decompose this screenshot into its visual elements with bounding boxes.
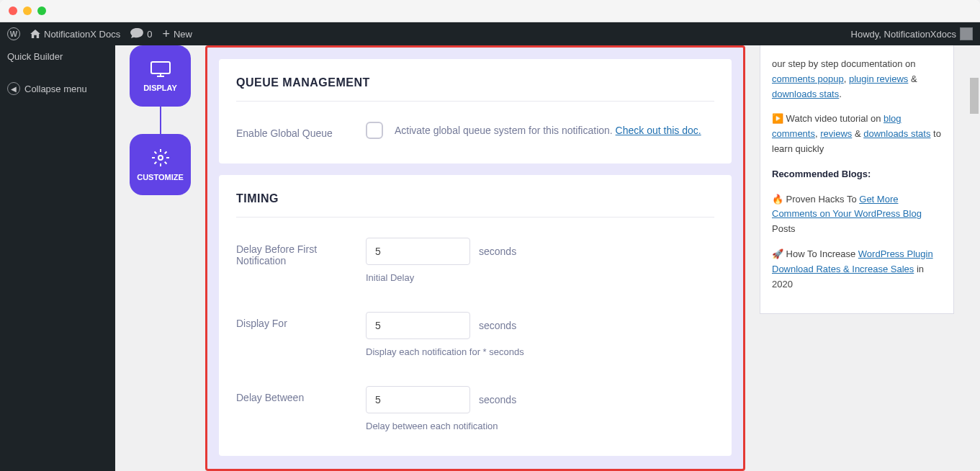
collapse-menu-button[interactable]: ◀ Collapse menu — [0, 76, 115, 101]
comment-icon — [130, 27, 143, 41]
window-controls — [9, 6, 46, 15]
site-name: NotificationX Docs — [44, 29, 120, 40]
queue-section-title: QUEUE MANAGEMENT — [236, 76, 714, 102]
display-for-input[interactable] — [366, 312, 470, 339]
step-connector — [160, 107, 161, 134]
step-display-label: DISPLAY — [143, 84, 177, 92]
wp-admin-bar: W NotificationX Docs 0 + New Howdy, Noti… — [0, 22, 980, 45]
info-paragraph-1: our step by step documentation on commen… — [772, 57, 942, 102]
delay-between-label: Delay Between — [236, 386, 351, 403]
main-layout: Quick Builder ◀ Collapse menu DISPLAY — [0, 45, 980, 471]
chevron-left-icon: ◀ — [7, 82, 20, 95]
app-window: W NotificationX Docs 0 + New Howdy, Noti… — [0, 0, 980, 471]
comments-popup-link[interactable]: comments popup — [772, 73, 844, 84]
scrollbar-thumb[interactable] — [970, 78, 979, 114]
scrollbar-track[interactable] — [968, 45, 980, 471]
enable-queue-checkbox[interactable] — [366, 122, 383, 139]
delay-between-unit: seconds — [479, 394, 516, 405]
wordpress-logo-icon[interactable]: W — [7, 27, 20, 40]
delay-before-label: Delay Before First Notification — [236, 238, 351, 266]
queue-description: Activate global queue system for this no… — [395, 125, 701, 136]
mac-titlebar — [0, 0, 980, 22]
recommended-blogs-title: Recommended Blogs: — [772, 167, 942, 182]
delay-before-help: Initial Delay — [366, 272, 714, 283]
new-content-link[interactable]: + New — [162, 27, 192, 42]
content-area: DISPLAY CUSTOMIZE QUEUE MANAGEMENT — [115, 45, 968, 471]
delay-between-input[interactable] — [366, 386, 470, 413]
svg-point-3 — [158, 156, 163, 160]
display-for-help: Display each notification for * seconds — [366, 346, 714, 357]
site-home-link[interactable]: NotificationX Docs — [30, 29, 120, 40]
delay-before-input[interactable] — [366, 238, 470, 265]
step-customize-button[interactable]: CUSTOMIZE — [130, 134, 191, 195]
step-display-button[interactable]: DISPLAY — [130, 45, 191, 107]
delay-before-unit: seconds — [479, 246, 516, 257]
steps-column: DISPLAY CUSTOMIZE — [130, 45, 191, 471]
greeting-text: Howdy, NotificationXdocs — [851, 29, 956, 40]
enable-queue-label: Enable Global Queue — [236, 122, 351, 139]
plugin-reviews-link[interactable]: plugin reviews — [849, 73, 908, 84]
blog-item-2: 🚀 How To Increase WordPress Plugin Downl… — [772, 247, 942, 292]
info-paragraph-2: ▶️ Watch video tutorial on blog comments… — [772, 112, 942, 156]
timing-section-title: TIMING — [236, 192, 714, 217]
maximize-window-button[interactable] — [37, 6, 46, 15]
timing-section: TIMING Delay Before First Notification s… — [219, 175, 732, 456]
downloads-stats-link[interactable]: downloads stats — [772, 89, 839, 99]
downloads-stats-video-link[interactable]: downloads stats — [863, 128, 930, 139]
reviews-video-link[interactable]: reviews — [820, 128, 852, 139]
blog-item-1: 🔥 Proven Hacks To Get More Comments on Y… — [772, 192, 942, 237]
new-label: New — [174, 29, 192, 40]
collapse-label: Collapse menu — [24, 84, 87, 94]
info-sidebar: our step by step documentation on commen… — [760, 45, 954, 314]
delay-between-help: Delay between each notification — [366, 421, 714, 431]
minimize-window-button[interactable] — [23, 6, 32, 15]
settings-panel: QUEUE MANAGEMENT Enable Global Queue Act… — [205, 45, 745, 471]
queue-section: QUEUE MANAGEMENT Enable Global Queue Act… — [219, 59, 732, 163]
display-for-unit: seconds — [479, 320, 516, 331]
sidebar-item-quick-builder[interactable]: Quick Builder — [0, 45, 115, 68]
close-window-button[interactable] — [9, 6, 17, 15]
monitor-icon — [150, 60, 171, 79]
wp-admin-sidebar: Quick Builder ◀ Collapse menu — [0, 45, 115, 471]
gear-icon — [151, 148, 170, 169]
home-icon — [30, 30, 40, 38]
comments-link[interactable]: 0 — [130, 27, 152, 41]
plus-icon: + — [162, 27, 170, 42]
comment-count: 0 — [147, 29, 152, 40]
display-for-label: Display For — [236, 312, 351, 329]
user-greeting-link[interactable]: Howdy, NotificationXdocs — [851, 27, 973, 40]
svg-rect-0 — [151, 62, 170, 73]
queue-doc-link[interactable]: Check out this doc. — [616, 125, 701, 136]
step-customize-label: CUSTOMIZE — [137, 173, 184, 181]
avatar — [960, 27, 973, 40]
